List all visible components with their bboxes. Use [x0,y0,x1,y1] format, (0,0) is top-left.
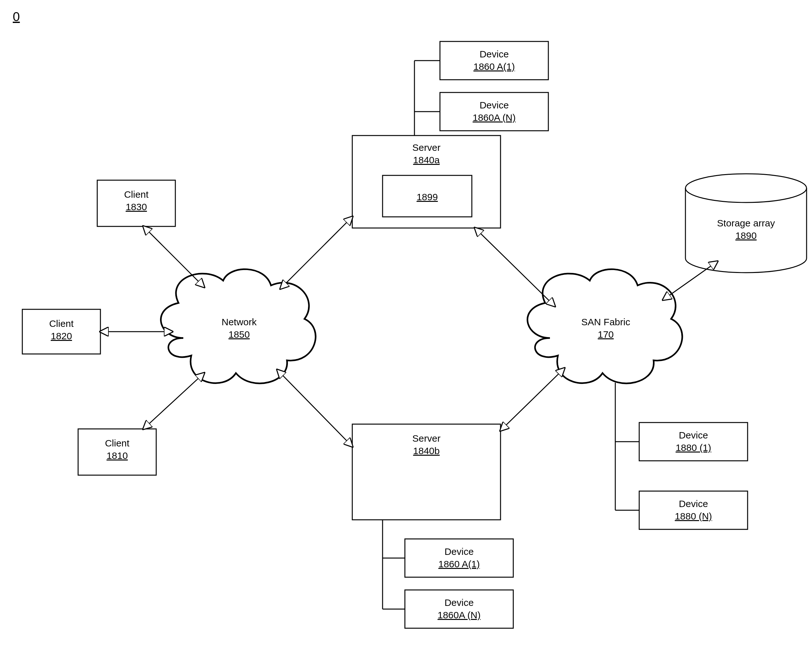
san-fabric-label: SAN Fabric 170 [571,316,641,341]
device-1860an-top-label: Device 1860A (N) [440,99,548,124]
edge-network-server-b [277,370,352,446]
client-1810-id: 1810 [78,449,156,462]
bus-san-devices [615,383,639,510]
device-1880-n-title: Device [679,498,708,509]
edge-san-storage [663,261,717,300]
device-1860a1-top-id: 1860 A(1) [440,60,548,73]
edge-server-a-san [475,228,555,306]
device-1880-1-id: 1880 (1) [639,441,748,454]
client-1830-title: Client [124,189,149,200]
storage-array-label: Storage array 1890 [685,217,807,242]
server-1840a-title: Server [412,142,440,153]
device-1860a1-bottom-title: Device [444,546,474,557]
storage-array-title: Storage array [717,218,775,228]
device-1880-1-label: Device 1880 (1) [639,429,748,454]
edge-network-server-a [281,217,352,289]
edge-server-b-san [500,368,564,431]
client-1830-label: Client 1830 [97,188,175,213]
client-1810-label: Client 1810 [78,437,156,462]
server-1840a-label: Server 1840a [352,141,500,166]
device-1880-1-title: Device [679,430,708,440]
network-label: Network 1850 [204,316,274,341]
client-1820-id: 1820 [22,330,100,342]
device-1880-n-id: 1880 (N) [639,510,748,522]
diagram-canvas: 0 [0,0,812,655]
storage-array-id: 1890 [685,229,807,242]
device-1860a1-bottom-id: 1860 A(1) [405,558,513,570]
client-1820-title: Client [49,318,74,329]
server-1840b-id: 1840b [352,444,500,457]
edge-client1830-network [143,226,204,287]
network-id: 1850 [204,328,274,341]
edge-client1810-network [143,373,204,429]
server-1840b-title: Server [412,433,440,444]
client-1820-label: Client 1820 [22,317,100,342]
server-1840b-label: Server 1840b [352,432,500,457]
device-1860an-top-title: Device [479,100,509,110]
device-1880-n-label: Device 1880 (N) [639,497,748,522]
network-title: Network [221,317,256,327]
device-1860an-bottom-title: Device [444,597,474,608]
bus-server-a-devices [414,61,440,135]
client-1810-title: Client [105,438,129,448]
svg-point-0 [685,174,807,203]
san-fabric-id: 170 [571,328,641,341]
device-1860an-bottom-id: 1860A (N) [405,609,513,621]
device-1860an-top-id: 1860A (N) [440,111,548,124]
client-1830-id: 1830 [97,201,175,213]
device-1860a1-bottom-label: Device 1860 A(1) [405,545,513,570]
device-1860an-bottom-label: Device 1860A (N) [405,596,513,621]
san-fabric-title: SAN Fabric [581,317,630,327]
bus-server-b-devices [382,520,405,609]
server-1840a-inner-label: 1899 [382,191,472,203]
server-1840a-inner-id: 1899 [382,191,472,203]
device-1860a1-top-label: Device 1860 A(1) [440,48,548,73]
device-1860a1-top-title: Device [479,49,509,59]
server-1840a-id: 1840a [352,154,500,166]
